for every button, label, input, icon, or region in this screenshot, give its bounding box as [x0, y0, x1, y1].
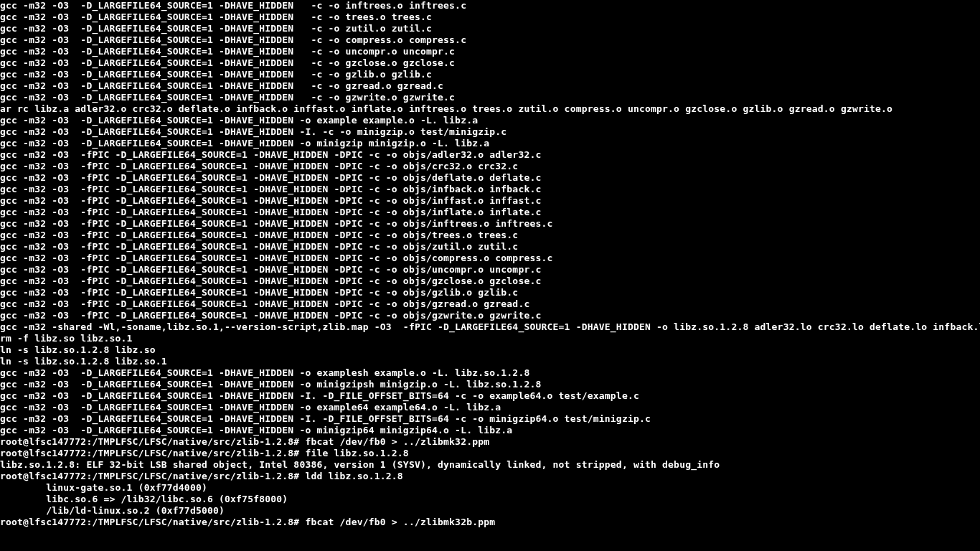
- build-output-line: gcc -m32 -O3 -D_LARGEFILE64_SOURCE=1 -DH…: [0, 46, 980, 57]
- terminal-output[interactable]: gcc -m32 -O3 -D_LARGEFILE64_SOURCE=1 -DH…: [0, 0, 980, 528]
- build-output-line: gcc -m32 -O3 -D_LARGEFILE64_SOURCE=1 -DH…: [0, 379, 980, 390]
- build-output-line: gcc -m32 -O3 -D_LARGEFILE64_SOURCE=1 -DH…: [0, 390, 980, 402]
- build-output-line: gcc -m32 -O3 -D_LARGEFILE64_SOURCE=1 -DH…: [0, 80, 980, 92]
- build-output-line: ar rc libz.a adler32.o crc32.o deflate.o…: [0, 103, 980, 115]
- build-output-line: gcc -m32 -O3 -fPIC -D_LARGEFILE64_SOURCE…: [0, 276, 980, 287]
- build-output-line: gcc -m32 -shared -Wl,-soname,libz.so.1,-…: [0, 321, 980, 333]
- build-output-line: gcc -m32 -O3 -fPIC -D_LARGEFILE64_SOURCE…: [0, 264, 980, 276]
- build-output-line: gcc -m32 -O3 -fPIC -D_LARGEFILE64_SOURCE…: [0, 287, 980, 298]
- build-output-line: gcc -m32 -O3 -fPIC -D_LARGEFILE64_SOURCE…: [0, 184, 980, 195]
- build-output-line: gcc -m32 -O3 -fPIC -D_LARGEFILE64_SOURCE…: [0, 253, 980, 264]
- build-output-line: gcc -m32 -O3 -fPIC -D_LARGEFILE64_SOURCE…: [0, 241, 980, 253]
- build-output-line: gcc -m32 -O3 -fPIC -D_LARGEFILE64_SOURCE…: [0, 207, 980, 218]
- build-output-line: gcc -m32 -O3 -fPIC -D_LARGEFILE64_SOURCE…: [0, 161, 980, 172]
- build-output-line: gcc -m32 -O3 -D_LARGEFILE64_SOURCE=1 -DH…: [0, 126, 980, 138]
- build-output-line: rm -f libz.so libz.so.1: [0, 333, 980, 344]
- build-output-line: gcc -m32 -O3 -D_LARGEFILE64_SOURCE=1 -DH…: [0, 425, 980, 436]
- build-output-line: gcc -m32 -O3 -D_LARGEFILE64_SOURCE=1 -DH…: [0, 23, 980, 34]
- build-output-line: gcc -m32 -O3 -D_LARGEFILE64_SOURCE=1 -DH…: [0, 367, 980, 379]
- build-output-line: ln -s libz.so.1.2.8 libz.so.1: [0, 356, 980, 367]
- build-output-line: gcc -m32 -O3 -fPIC -D_LARGEFILE64_SOURCE…: [0, 149, 980, 161]
- shell-prompt-line: root@lfsc147772:/TMPLFSC/LFSC/native/src…: [0, 471, 980, 482]
- command-output-line: linux-gate.so.1 (0xf77d4000): [0, 482, 980, 494]
- build-output-line: gcc -m32 -O3 -fPIC -D_LARGEFILE64_SOURCE…: [0, 172, 980, 184]
- build-output-line: gcc -m32 -O3 -D_LARGEFILE64_SOURCE=1 -DH…: [0, 138, 980, 149]
- build-output-line: gcc -m32 -O3 -fPIC -D_LARGEFILE64_SOURCE…: [0, 298, 980, 310]
- build-output-line: gcc -m32 -O3 -fPIC -D_LARGEFILE64_SOURCE…: [0, 310, 980, 321]
- command-output-line: /lib/ld-linux.so.2 (0xf77d5000): [0, 505, 980, 517]
- build-output-line: gcc -m32 -O3 -D_LARGEFILE64_SOURCE=1 -DH…: [0, 413, 980, 425]
- build-output-line: gcc -m32 -O3 -D_LARGEFILE64_SOURCE=1 -DH…: [0, 57, 980, 69]
- shell-input-line[interactable]: root@lfsc147772:/TMPLFSC/LFSC/native/src…: [0, 517, 980, 528]
- build-output-line: gcc -m32 -O3 -D_LARGEFILE64_SOURCE=1 -DH…: [0, 92, 980, 103]
- build-output-line: gcc -m32 -O3 -D_LARGEFILE64_SOURCE=1 -DH…: [0, 34, 980, 46]
- build-output-line: gcc -m32 -O3 -D_LARGEFILE64_SOURCE=1 -DH…: [0, 69, 980, 80]
- shell-prompt-line: root@lfsc147772:/TMPLFSC/LFSC/native/src…: [0, 436, 980, 448]
- build-output-line: gcc -m32 -O3 -fPIC -D_LARGEFILE64_SOURCE…: [0, 218, 980, 230]
- build-output-line: gcc -m32 -O3 -D_LARGEFILE64_SOURCE=1 -DH…: [0, 11, 980, 23]
- build-output-line: ln -s libz.so.1.2.8 libz.so: [0, 344, 980, 356]
- command-output-line: libc.so.6 => /lib32/libc.so.6 (0xf75f800…: [0, 494, 980, 505]
- command-output-line: libz.so.1.2.8: ELF 32-bit LSB shared obj…: [0, 459, 980, 471]
- build-output-line: gcc -m32 -O3 -D_LARGEFILE64_SOURCE=1 -DH…: [0, 0, 980, 11]
- build-output-line: gcc -m32 -O3 -D_LARGEFILE64_SOURCE=1 -DH…: [0, 402, 980, 413]
- build-output-line: gcc -m32 -O3 -fPIC -D_LARGEFILE64_SOURCE…: [0, 230, 980, 241]
- shell-prompt-line: root@lfsc147772:/TMPLFSC/LFSC/native/src…: [0, 448, 980, 459]
- build-output-line: gcc -m32 -O3 -D_LARGEFILE64_SOURCE=1 -DH…: [0, 115, 980, 126]
- build-output-line: gcc -m32 -O3 -fPIC -D_LARGEFILE64_SOURCE…: [0, 195, 980, 207]
